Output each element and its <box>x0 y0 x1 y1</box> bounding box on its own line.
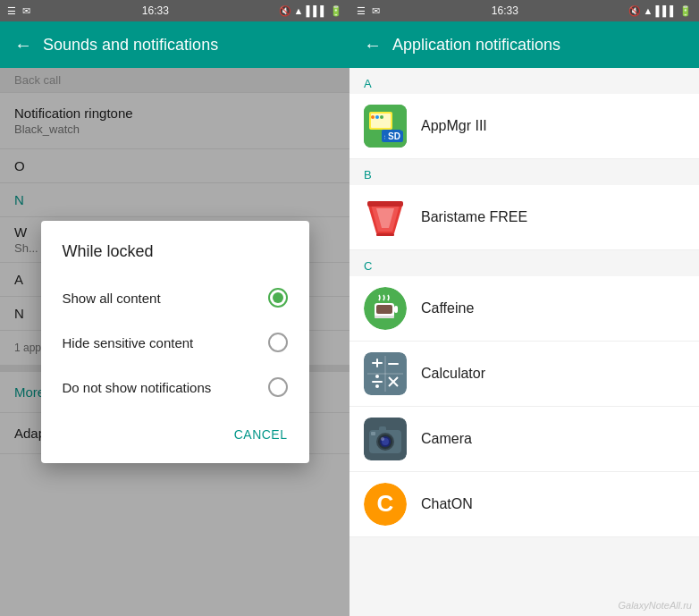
app-item-appmgr[interactable]: SD AppMgr III <box>350 94 699 159</box>
dialog-cancel-button[interactable]: CANCEL <box>223 420 299 449</box>
svg-rect-35 <box>379 426 386 432</box>
svg-rect-21 <box>388 363 399 365</box>
dialog-option-hide-sensitive[interactable]: Hide sensitive content <box>41 320 309 365</box>
option-show-all-label: Show all content <box>63 291 161 306</box>
camera-icon <box>364 418 407 460</box>
baristame-icon <box>364 196 407 239</box>
radio-hide-sensitive[interactable] <box>268 333 288 352</box>
right-status-bar: ☰ ✉ 16:33 🔇 ▲ ▌▌▌ 🔋 <box>350 0 699 21</box>
baristame-name: Baristame FREE <box>421 209 527 225</box>
left-panel: ☰ ✉ 16:33 🔇 ▲ ▌▌▌ 🔋 ← Sounds and notific… <box>0 0 350 616</box>
caffeine-icon <box>364 287 407 330</box>
section-header-b: B <box>350 159 699 185</box>
right-status-left-icons: ☰ ✉ <box>357 5 382 17</box>
right-status-time: 16:33 <box>492 4 518 17</box>
app-item-baristame[interactable]: Baristame FREE <box>350 185 699 250</box>
left-status-right-icons: 🔇 ▲ ▌▌▌ 🔋 <box>279 5 342 17</box>
svg-rect-17 <box>376 305 392 314</box>
app-item-caffeine[interactable]: Caffeine <box>350 276 699 342</box>
svg-rect-20 <box>376 359 378 367</box>
dialog-option-show-all[interactable]: Show all content <box>41 275 309 320</box>
svg-rect-15 <box>394 306 398 313</box>
section-header-a: A <box>350 68 699 94</box>
svg-rect-24 <box>372 381 383 383</box>
svg-rect-3 <box>382 130 401 142</box>
svg-text:SD: SD <box>384 133 394 141</box>
left-back-button[interactable]: ← <box>14 35 32 55</box>
svg-rect-10 <box>367 201 403 207</box>
right-page-title: Application notifications <box>392 36 560 55</box>
dialog-title: While locked <box>41 242 309 275</box>
while-locked-dialog: While locked Show all content Hide sensi… <box>41 221 309 463</box>
svg-rect-11 <box>376 233 394 236</box>
svg-point-26 <box>375 384 379 388</box>
left-page-title: Sounds and notifications <box>43 36 218 55</box>
calculator-icon <box>364 352 407 395</box>
section-header-c: C <box>350 250 699 276</box>
calculator-name: Calculator <box>421 366 485 382</box>
dialog-actions: CANCEL <box>41 413 309 456</box>
radio-show-all[interactable] <box>268 288 288 308</box>
appmgr-icon: SD <box>364 105 407 148</box>
right-status-right-icons: 🔇 ▲ ▌▌▌ 🔋 <box>628 5 692 17</box>
camera-name: Camera <box>421 431 472 447</box>
svg-point-7 <box>380 115 383 119</box>
app-list: A SD AppMgr III B <box>350 68 699 616</box>
svg-rect-36 <box>371 432 375 435</box>
left-top-bar: ← Sounds and notifications <box>0 21 350 68</box>
left-status-bar: ☰ ✉ 16:33 🔇 ▲ ▌▌▌ 🔋 <box>0 0 350 21</box>
svg-point-37 <box>381 437 384 441</box>
radio-dont-show[interactable] <box>268 377 288 397</box>
option-dont-show-label: Do not show notifications <box>63 380 212 395</box>
right-back-button[interactable]: ← <box>364 35 382 55</box>
svg-point-25 <box>375 375 379 378</box>
app-item-chaton[interactable]: C ChatON <box>350 472 699 537</box>
right-panel: ☰ ✉ 16:33 🔇 ▲ ▌▌▌ 🔋 ← Application notifi… <box>350 0 699 616</box>
appmgr-name: AppMgr III <box>421 118 487 134</box>
svg-point-6 <box>375 115 379 119</box>
chaton-icon: C <box>364 483 407 526</box>
svg-text:C: C <box>377 490 394 517</box>
right-top-bar: ← Application notifications <box>350 21 699 68</box>
left-status-time: 16:33 <box>142 4 169 17</box>
left-status-left-icons: ☰ ✉ <box>7 5 32 17</box>
left-settings-content: Back call Notification ringtone Black_wa… <box>0 68 350 616</box>
dialog-option-dont-show[interactable]: Do not show notifications <box>41 365 309 409</box>
svg-point-5 <box>371 115 375 119</box>
chaton-name: ChatON <box>421 496 473 512</box>
app-item-camera[interactable]: Camera <box>350 407 699 472</box>
dialog-overlay: While locked Show all content Hide sensi… <box>0 68 350 616</box>
caffeine-name: Caffeine <box>421 300 474 316</box>
svg-rect-16 <box>375 316 394 318</box>
app-item-calculator[interactable]: Calculator <box>350 342 699 407</box>
option-hide-sensitive-label: Hide sensitive content <box>63 335 194 350</box>
watermark: GalaxyNoteAll.ru <box>618 600 692 611</box>
